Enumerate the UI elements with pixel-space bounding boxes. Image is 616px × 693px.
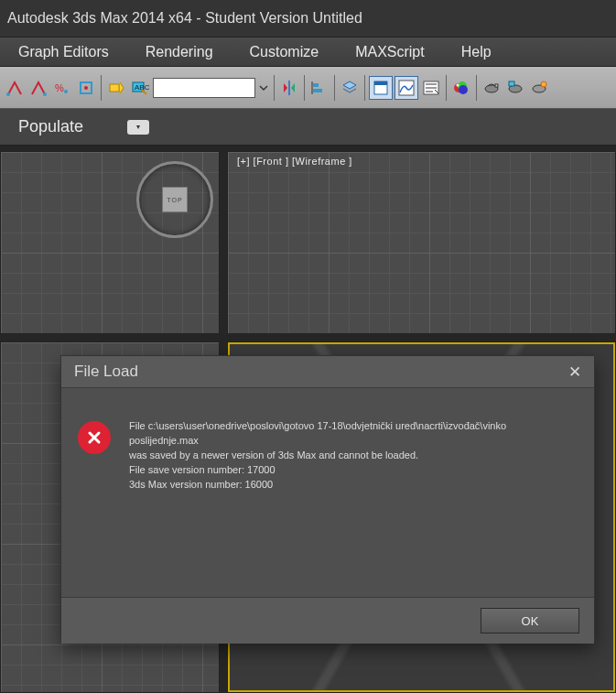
toolbar-separator xyxy=(274,75,275,101)
svg-point-3 xyxy=(64,90,68,93)
menu-rendering[interactable]: Rendering xyxy=(146,44,213,60)
snap-percent-icon[interactable]: % xyxy=(51,75,73,101)
dialog-title: File Load xyxy=(74,363,138,381)
file-load-dialog: File Load ✕ File c:\users\user\onedrive\… xyxy=(60,355,595,643)
svg-rect-21 xyxy=(495,84,498,87)
svg-text:%: % xyxy=(55,82,64,93)
viewport-grid-major xyxy=(228,152,615,333)
render-frame-icon[interactable] xyxy=(504,75,526,101)
svg-rect-13 xyxy=(374,81,387,85)
edit-named-selection-icon[interactable]: ABC xyxy=(129,75,151,101)
svg-point-19 xyxy=(457,83,459,86)
named-selection-dropdown[interactable] xyxy=(153,78,255,98)
svg-point-0 xyxy=(6,92,10,96)
align-icon[interactable] xyxy=(308,75,330,101)
svg-point-25 xyxy=(541,81,546,87)
viewport-front[interactable]: [+] [Front ] [Wireframe ] xyxy=(227,151,616,334)
dialog-message: File c:\users\user\onedrive\poslovi\goto… xyxy=(129,419,578,566)
mirror-icon[interactable] xyxy=(278,75,300,101)
menu-customize[interactable]: Customize xyxy=(250,44,319,60)
render-setup-icon[interactable] xyxy=(481,75,503,101)
svg-point-5 xyxy=(84,86,88,90)
svg-point-1 xyxy=(43,92,47,96)
view-cube[interactable]: TOP xyxy=(136,161,213,238)
svg-rect-23 xyxy=(509,81,514,86)
named-selection-icon[interactable] xyxy=(105,75,127,101)
dialog-line-4: 3ds Max version number: 16000 xyxy=(129,478,578,493)
schematic-view-icon[interactable] xyxy=(420,75,442,101)
snap-angle-icon[interactable] xyxy=(4,75,26,101)
viewcube-face[interactable]: TOP xyxy=(162,187,188,212)
dialog-line-3: File save version number: 17000 xyxy=(129,463,578,478)
menu-bar: Graph Editors Rendering Customize MAXScr… xyxy=(0,37,616,67)
menu-maxscript[interactable]: MAXScript xyxy=(355,44,425,60)
app-title: Autodesk 3ds Max 2014 x64 - Student Vers… xyxy=(7,10,362,27)
svg-rect-9 xyxy=(313,83,319,87)
dropdown-arrow-icon[interactable] xyxy=(257,75,270,101)
svg-rect-10 xyxy=(313,89,322,92)
toolbar-separator xyxy=(101,75,102,101)
toolbar-separator xyxy=(334,75,335,101)
ribbon-populate-tab[interactable]: Populate xyxy=(18,117,83,136)
dialog-footer: OK xyxy=(61,598,594,644)
ribbon-expand-icon[interactable]: ▾ xyxy=(127,120,149,135)
dialog-body: File c:\users\user\onedrive\poslovi\goto… xyxy=(61,387,594,598)
render-icon[interactable] xyxy=(528,75,550,101)
ribbon-bar: Populate ▾ xyxy=(0,109,616,146)
svg-point-18 xyxy=(459,85,468,94)
main-toolbar: % ABC xyxy=(0,67,616,109)
toolbar-separator xyxy=(304,75,305,101)
toolbar-separator xyxy=(446,75,447,101)
dialog-line-2: was saved by a newer version of 3ds Max … xyxy=(129,449,578,463)
material-editor-icon[interactable] xyxy=(450,75,472,101)
svg-rect-6 xyxy=(110,84,119,92)
layer-manager-icon[interactable] xyxy=(339,75,361,101)
viewport-label[interactable]: [+] [Front ] [Wireframe ] xyxy=(237,156,352,167)
snap-toggle-icon[interactable] xyxy=(75,75,97,101)
menu-help[interactable]: Help xyxy=(461,44,492,60)
dialog-line-1: File c:\users\user\onedrive\poslovi\goto… xyxy=(129,419,578,449)
toolbar-separator xyxy=(476,75,477,101)
menu-graph-editors[interactable]: Graph Editors xyxy=(18,44,109,60)
error-icon xyxy=(78,421,111,454)
curve-editor-icon[interactable] xyxy=(394,76,418,100)
toolbar-separator xyxy=(364,75,365,101)
close-icon[interactable]: ✕ xyxy=(568,363,581,382)
snap-angle-b-icon[interactable] xyxy=(27,75,49,101)
dialog-title-bar[interactable]: File Load ✕ xyxy=(61,356,594,387)
scene-explorer-icon[interactable] xyxy=(369,76,393,100)
title-bar: Autodesk 3ds Max 2014 x64 - Student Vers… xyxy=(0,0,616,37)
ok-button[interactable]: OK xyxy=(481,608,579,633)
viewport-top[interactable]: TOP xyxy=(0,151,220,334)
